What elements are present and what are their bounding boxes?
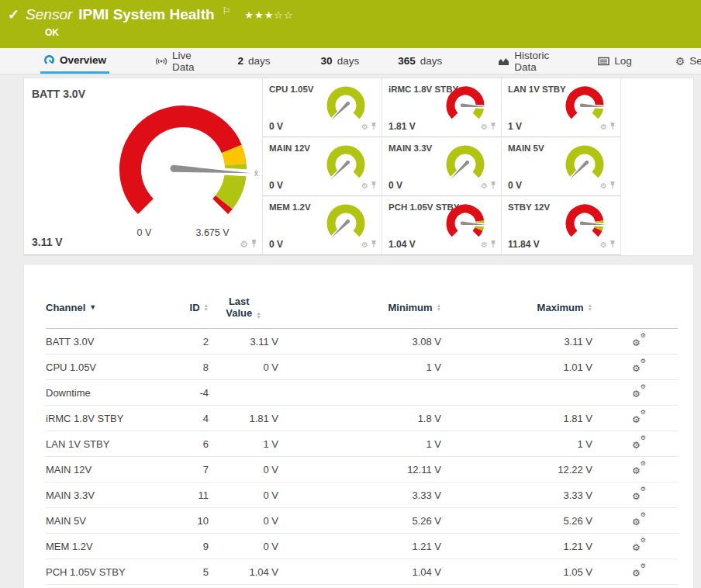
gauge-panel-stby-12v[interactable]: STBY 12V 11.84 V ⚙ (502, 196, 621, 255)
gear-icon[interactable]: ⚙ (600, 123, 607, 131)
cell-last-value: 3.11 V (209, 336, 278, 348)
tab-number: 365 (398, 55, 416, 67)
column-header-last-value[interactable]: LastValue ▲▼ (209, 296, 278, 319)
table-row[interactable]: MAIN 3.3V 11 0 V 3.33 V 3.33 V ⚙⚙ (46, 483, 678, 508)
gauge-scale-min: 0 V (127, 227, 161, 238)
table-row[interactable]: MAIN 12V 7 0 V 12.11 V 12.22 V ⚙⚙ (46, 457, 678, 483)
table-row[interactable]: BATT 3.0V 2 3.11 V 3.08 V 3.11 V ⚙⚙ (46, 329, 678, 355)
overview-gauges-card: BATT 3.0V x̄ 0 V 3.675 V 3.11 V ⚙ CPU 1.… (23, 78, 694, 256)
tab-label: days (337, 55, 360, 67)
pin-icon[interactable] (609, 119, 616, 133)
table-row[interactable]: PCH 1.05V STBY 5 1.04 V 1.04 V 1.05 V ⚙⚙ (46, 559, 678, 585)
edit-channel-settings-icon[interactable]: ⚙⚙ (632, 411, 646, 424)
edit-channel-settings-icon[interactable]: ⚙⚙ (632, 360, 646, 372)
cell-id: 11 (174, 489, 209, 501)
edit-channel-settings-icon[interactable]: ⚙⚙ (632, 488, 646, 500)
pin-icon[interactable] (371, 237, 377, 251)
tab-log[interactable]: Log (595, 48, 635, 74)
tab-historic-data[interactable]: Historic Data (495, 48, 552, 74)
gauge-panel-cpu-1-05v[interactable]: CPU 1.05V 0 V ⚙ (263, 78, 382, 137)
gauge-panel-pch-1-05v-stby[interactable]: PCH 1.05V STBY 1.04 V ⚙ (382, 196, 502, 255)
column-header-minimum[interactable]: Minimum ▲▼ (278, 302, 441, 313)
gauge-value: 0 V (269, 121, 283, 132)
gear-icon[interactable]: ⚙ (481, 182, 488, 190)
gear-icon[interactable]: ⚙ (361, 182, 368, 190)
pin-icon[interactable] (371, 119, 377, 133)
flag-icon[interactable]: ⚐ (223, 5, 231, 16)
gauge-scale-max: 3.675 V (188, 227, 237, 238)
tab-label: days (248, 55, 271, 67)
gear-icon[interactable]: ⚙ (600, 182, 607, 190)
table-row[interactable]: MEM 1.2V 9 0 V 1.21 V 1.21 V ⚙⚙ (46, 534, 678, 559)
tab-label: Live Data (172, 50, 195, 73)
table-row[interactable]: MAIN 5V 10 0 V 5.26 V 5.26 V ⚙⚙ (46, 508, 678, 534)
edit-channel-settings-icon[interactable]: ⚙⚙ (632, 514, 646, 526)
svg-text:x̄: x̄ (254, 168, 259, 178)
cell-maximum: 5.26 V (441, 515, 592, 527)
log-icon (598, 57, 609, 66)
gauge-title: STBY 12V (508, 202, 550, 212)
column-header-maximum[interactable]: Maximum ▲▼ (441, 302, 592, 313)
cell-id: 2 (174, 336, 209, 348)
tab-label: Settings (689, 55, 701, 67)
sort-desc-icon: ▼ (89, 303, 96, 311)
gear-icon[interactable]: ⚙ (481, 123, 488, 131)
gauge-panel-irmc-1-8v-stby[interactable]: iRMC 1.8V STBY 1.81 V ⚙ (382, 78, 502, 137)
object-kind-label: Sensor (26, 6, 72, 23)
cell-channel: PCH 1.05V STBY (46, 566, 174, 578)
cell-maximum: 1 V (441, 438, 592, 450)
gear-icon[interactable]: ⚙ (600, 240, 607, 249)
edit-channel-settings-icon[interactable]: ⚙⚙ (632, 334, 646, 347)
cell-minimum: 1 V (278, 361, 441, 373)
tab-365-days[interactable]: 365 days (395, 48, 445, 74)
gear-icon[interactable]: ⚙ (240, 239, 248, 250)
tab-number: 30 (321, 55, 333, 67)
gauge-panel-batt-3-0v[interactable]: BATT 3.0V x̄ 0 V 3.675 V 3.11 V ⚙ (24, 78, 263, 255)
gauge-title: MAIN 12V (269, 144, 310, 153)
pin-icon[interactable] (490, 237, 496, 251)
priority-stars[interactable]: ★★★☆☆ (244, 9, 293, 21)
channel-table-body: BATT 3.0V 2 3.11 V 3.08 V 3.11 V ⚙⚙ CPU … (46, 329, 678, 585)
gauge-panel-main-3-3v[interactable]: MAIN 3.3V 0 V ⚙ (382, 137, 502, 196)
edit-channel-settings-icon[interactable]: ⚙⚙ (632, 462, 646, 475)
pin-icon[interactable] (609, 237, 616, 251)
tab-overview[interactable]: Overview (40, 48, 109, 74)
edit-channel-settings-icon[interactable]: ⚙⚙ (632, 565, 646, 577)
tab-live-data[interactable]: Live Data (152, 48, 198, 74)
table-row[interactable]: CPU 1.05V 8 0 V 1 V 1.01 V ⚙⚙ (46, 355, 678, 380)
gauge-panel-lan-1v-stby[interactable]: LAN 1V STBY 1 V ⚙ (502, 78, 621, 137)
page-title: IPMI System Health (78, 6, 214, 23)
cell-minimum: 1 V (278, 438, 441, 450)
pin-icon[interactable] (250, 237, 257, 251)
table-row[interactable]: Downtime -4 ⚙⚙ (46, 380, 678, 406)
edit-channel-settings-icon[interactable]: ⚙⚙ (632, 437, 646, 449)
gauge-title: LAN 1V STBY (508, 85, 566, 94)
tab-settings[interactable]: ⚙ Settings (672, 48, 701, 74)
edit-channel-settings-icon[interactable]: ⚙⚙ (632, 539, 646, 552)
cell-id: 4 (174, 413, 209, 424)
pin-icon[interactable] (490, 178, 496, 192)
tab-2-days[interactable]: 2 days (235, 48, 274, 74)
historic-chart-icon (498, 57, 509, 66)
gauge-panel-mem-1-2v[interactable]: MEM 1.2V 0 V ⚙ (263, 196, 382, 255)
tab-bar: Overview Live Data 2 days 30 days 365 da… (0, 48, 701, 74)
table-row[interactable]: LAN 1V STBY 6 1 V 1 V 1 V ⚙⚙ (46, 431, 678, 457)
gear-icon[interactable]: ⚙ (361, 123, 368, 131)
tab-30-days[interactable]: 30 days (318, 48, 363, 74)
gauge-title: BATT 3.0V (32, 88, 85, 100)
pin-icon[interactable] (371, 178, 377, 192)
pin-icon[interactable] (609, 178, 616, 192)
pin-icon[interactable] (490, 119, 496, 133)
edit-channel-settings-icon[interactable]: ⚙⚙ (632, 386, 646, 398)
gauge-panel-main-12v[interactable]: MAIN 12V 0 V ⚙ (263, 137, 382, 196)
cell-maximum: 3.33 V (441, 489, 592, 501)
cell-channel: LAN 1V STBY (46, 438, 174, 450)
gear-icon[interactable]: ⚙ (481, 240, 488, 249)
gear-icon[interactable]: ⚙ (361, 240, 368, 249)
column-header-channel[interactable]: Channel ▼ (46, 302, 174, 313)
cell-maximum: 1.05 V (441, 566, 592, 578)
table-row[interactable]: iRMC 1.8V STBY 4 1.81 V 1.8 V 1.81 V ⚙⚙ (46, 406, 678, 431)
column-header-id[interactable]: ID ▲▼ (174, 302, 209, 313)
cell-channel: MEM 1.2V (46, 541, 174, 552)
gauge-panel-main-5v[interactable]: MAIN 5V 0 V ⚙ (502, 137, 621, 196)
